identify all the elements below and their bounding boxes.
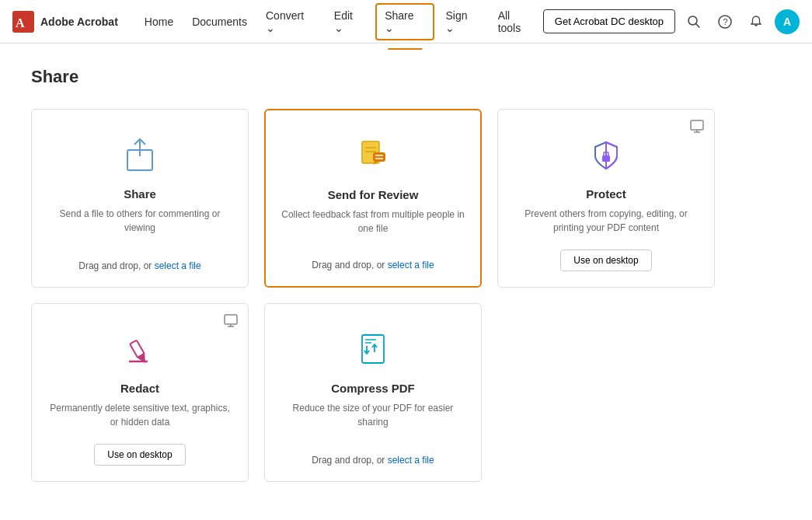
nav-alltools[interactable]: All tools [490,5,543,39]
send-review-card-desc: Collect feedback fast from multiple peop… [281,208,465,247]
desktop-badge-protect [689,119,705,133]
nav-share[interactable]: Share ⌄ [375,3,434,40]
redact-card-desc: Permanently delete sensitive text, graph… [47,401,232,431]
compress-card-icon [351,327,395,371]
desktop-badge-redact [223,313,239,327]
protect-use-on-desktop-button[interactable]: Use on desktop [560,250,651,271]
compress-card-title: Compress PDF [331,382,415,395]
share-select-file-link[interactable]: select a file [155,260,201,271]
nav-home[interactable]: Home [137,11,181,33]
notification-icon[interactable] [744,9,768,34]
send-review-card-icon [351,134,395,177]
nav-convert[interactable]: Convert ⌄ [258,5,323,39]
page-content: Share Share Send a file to others for co… [0,44,812,505]
card-redact[interactable]: Redact Permanently delete sensitive text… [31,303,249,482]
brand: A Adobe Acrobat [12,11,118,33]
navbar: A Adobe Acrobat Home Documents Convert ⌄… [0,0,812,44]
svg-rect-15 [691,120,703,130]
get-desktop-button[interactable]: Get Acrobat DC desktop [543,9,675,33]
page-title: Share [31,67,781,87]
protect-card-title: Protect [586,187,626,201]
compress-card-desc: Reduce the size of your PDF for easier s… [281,401,465,442]
card-send-for-review[interactable]: Send for Review Collect feedback fast fr… [264,109,482,288]
redact-card-icon [118,327,162,371]
compress-select-file-link[interactable]: select a file [388,455,434,466]
compress-card-action: Drag and drop, or select a file [312,442,434,466]
redact-use-on-desktop-button[interactable]: Use on desktop [94,444,185,466]
card-share[interactable]: Share Send a file to others for commenti… [31,109,249,288]
nav-edit[interactable]: Edit ⌄ [326,5,372,39]
adobe-icon: A [12,11,34,33]
redact-card-title: Redact [120,382,159,395]
svg-marker-23 [138,354,148,365]
send-review-select-file-link[interactable]: select a file [388,260,434,270]
share-card-action: Drag and drop, or select a file [78,248,200,271]
nav-links: Home Documents Convert ⌄ Edit ⌄ Share ⌄ … [137,3,543,40]
share-card-icon [118,133,162,176]
send-review-card-action: Drag and drop, or select a file [312,247,434,270]
nav-documents[interactable]: Documents [184,11,255,33]
search-icon[interactable] [681,9,706,34]
card-compress-pdf[interactable]: Compress PDF Reduce the size of your PDF… [264,303,482,482]
nav-right: Get Acrobat DC desktop ? A [543,9,800,34]
svg-rect-11 [373,152,385,162]
nav-sign[interactable]: Sign ⌄ [437,5,486,39]
send-review-card-title: Send for Review [328,188,419,201]
svg-rect-18 [602,155,610,162]
svg-text:?: ? [723,17,728,26]
protect-card-icon [584,133,628,176]
protect-card-desc: Prevent others from copying, editing, or… [514,207,699,237]
help-icon[interactable]: ? [713,9,737,34]
brand-name: Adobe Acrobat [40,16,118,28]
cards-grid: Share Send a file to others for commenti… [31,109,715,482]
share-card-title: Share [124,187,156,201]
protect-desktop-action: Use on desktop [560,237,651,271]
avatar[interactable]: A [775,9,800,34]
svg-text:A: A [16,16,25,30]
svg-line-3 [696,23,700,27]
svg-rect-19 [225,315,237,324]
redact-desktop-action: Use on desktop [94,431,185,466]
share-card-desc: Send a file to others for commenting or … [47,207,232,248]
card-protect[interactable]: Protect Prevent others from copying, edi… [497,109,715,288]
